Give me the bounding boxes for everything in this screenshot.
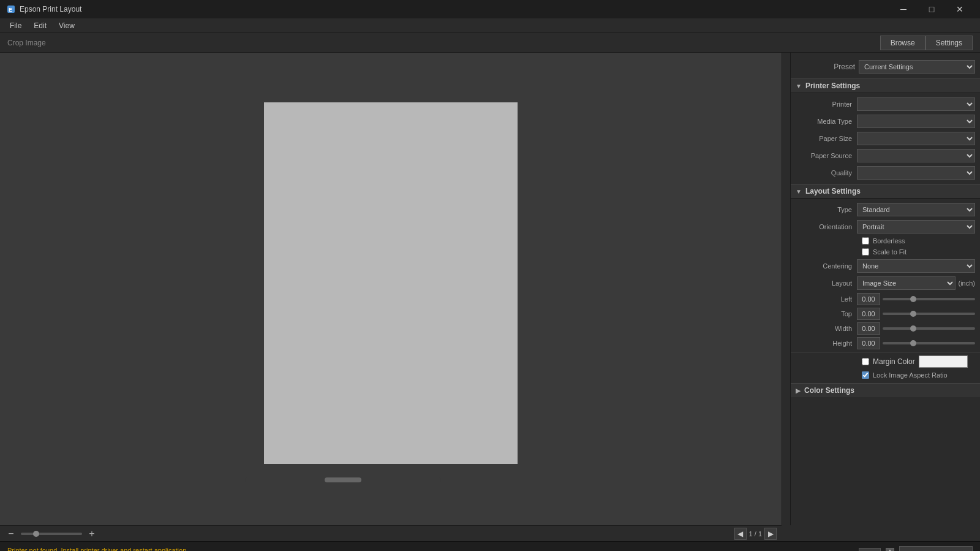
preset-label: Preset xyxy=(834,63,855,71)
quality-select[interactable] xyxy=(857,166,975,180)
printer-settings-header[interactable]: ▼ Printer Settings xyxy=(791,78,980,93)
orientation-control: Portrait xyxy=(857,220,975,234)
maximize-button[interactable]: □ xyxy=(918,0,946,18)
top-input[interactable]: 0.00 xyxy=(857,308,880,320)
left-slider-thumb[interactable] xyxy=(910,296,916,302)
app-icon: E xyxy=(6,4,16,14)
borderless-row: Borderless xyxy=(791,235,980,246)
status-bar: Printer not found. Install printer drive… xyxy=(0,541,980,551)
type-select[interactable]: Standard xyxy=(857,203,975,216)
svg-text:E: E xyxy=(9,7,12,13)
printer-settings-label: Printer Settings xyxy=(805,82,860,90)
menu-bar: File Edit View xyxy=(0,18,980,33)
top-slider-track[interactable] xyxy=(883,313,975,315)
toolbar: Crop Image Browse Settings xyxy=(0,33,980,53)
vertical-scrollbar[interactable] xyxy=(782,53,790,525)
height-input[interactable]: 0.00 xyxy=(857,337,880,349)
width-input[interactable]: 0.00 xyxy=(857,322,880,335)
zoom-bar: − + ◀ 1 / 1 ▶ xyxy=(0,525,782,541)
color-settings-arrow: ▶ xyxy=(796,387,801,394)
copies-up-button[interactable]: ▲ xyxy=(886,548,894,552)
width-slider-thumb[interactable] xyxy=(910,325,916,332)
width-row: Width 0.00 xyxy=(791,321,980,336)
menu-edit[interactable]: Edit xyxy=(29,20,51,31)
scale-to-fit-label: Scale to Fit xyxy=(873,248,907,256)
prev-page-button[interactable]: ◀ xyxy=(734,528,747,540)
browse-button[interactable]: Browse xyxy=(880,36,925,50)
scale-to-fit-checkbox[interactable] xyxy=(862,248,869,256)
paper-source-row: Paper Source xyxy=(791,147,980,164)
left-slider-track[interactable] xyxy=(883,298,975,300)
top-slider-thumb[interactable] xyxy=(910,311,916,317)
left-input[interactable]: 0.00 xyxy=(857,293,880,305)
borderless-checkbox[interactable] xyxy=(862,237,869,245)
page-indicator: 1 / 1 xyxy=(749,530,762,538)
horizontal-scrollbar[interactable] xyxy=(245,477,441,482)
width-slider-track[interactable] xyxy=(883,327,975,330)
canvas-area xyxy=(0,53,782,525)
preset-row: Preset Current Settings xyxy=(791,58,980,78)
next-page-button[interactable]: ▶ xyxy=(764,528,777,540)
copies-input[interactable]: 1 xyxy=(859,548,881,552)
margin-color-row: Margin Color xyxy=(791,354,980,370)
printer-select[interactable] xyxy=(857,97,975,111)
printer-row: Printer xyxy=(791,96,980,113)
paper-source-select[interactable] xyxy=(857,149,975,162)
scrollbar-thumb[interactable] xyxy=(325,477,361,482)
preset-select[interactable]: Current Settings xyxy=(859,60,975,74)
layout-select[interactable]: Image Size xyxy=(857,276,956,290)
zoom-thumb[interactable] xyxy=(33,531,39,537)
page-preview xyxy=(264,102,518,464)
crop-label: Crop Image xyxy=(7,39,46,47)
margin-color-picker[interactable] xyxy=(919,355,968,368)
right-panel: Preset Current Settings ▼ Printer Settin… xyxy=(790,53,980,525)
height-label: Height xyxy=(796,340,857,347)
printer-settings-content: Printer Media Type Paper Size xyxy=(791,93,980,184)
lock-aspect-row: Lock Image Aspect Ratio xyxy=(791,370,980,381)
layout-settings-content: Type Standard Orientation Portrait Borde… xyxy=(791,199,980,383)
title-left: E Epson Print Layout xyxy=(6,4,81,14)
quality-control xyxy=(857,166,975,180)
menu-file[interactable]: File xyxy=(5,20,26,31)
margin-color-checkbox[interactable] xyxy=(862,358,869,365)
close-button[interactable]: ✕ xyxy=(946,0,974,18)
margin-color-label: Margin Color xyxy=(873,357,915,366)
zoom-in-button[interactable]: + xyxy=(86,528,98,540)
lock-aspect-checkbox[interactable] xyxy=(862,371,869,379)
layout-settings-header[interactable]: ▼ Layout Settings xyxy=(791,184,980,199)
zoom-slider[interactable] xyxy=(21,533,82,535)
layout-settings-arrow: ▼ xyxy=(796,188,802,195)
scale-to-fit-row: Scale to Fit xyxy=(791,246,980,257)
settings-button[interactable]: Settings xyxy=(925,36,973,50)
app-title: Epson Print Layout xyxy=(20,5,81,13)
title-bar: E Epson Print Layout ─ □ ✕ xyxy=(0,0,980,18)
borderless-label: Borderless xyxy=(873,237,905,245)
paper-size-control xyxy=(857,132,975,145)
toolbar-right: Browse Settings xyxy=(880,36,973,50)
paper-size-select[interactable] xyxy=(857,132,975,145)
menu-view[interactable]: View xyxy=(54,20,80,31)
title-controls: ─ □ ✕ xyxy=(889,0,974,18)
paper-size-row: Paper Size xyxy=(791,130,980,147)
color-settings-header[interactable]: ▶ Color Settings xyxy=(791,383,980,397)
height-slider-thumb[interactable] xyxy=(910,340,916,346)
minimize-button[interactable]: ─ xyxy=(889,0,918,18)
status-msg-1: Printer not found. Install printer drive… xyxy=(7,547,188,552)
orientation-row: Orientation Portrait xyxy=(791,218,980,235)
centering-select[interactable]: None xyxy=(857,259,975,273)
orientation-label: Orientation xyxy=(796,223,857,230)
top-row: Top 0.00 xyxy=(791,306,980,321)
left-label: Left xyxy=(796,295,857,303)
zoom-out-button[interactable]: − xyxy=(5,528,17,540)
quality-row: Quality xyxy=(791,164,980,181)
print-button[interactable] xyxy=(899,546,973,552)
orientation-select[interactable]: Portrait xyxy=(857,220,975,234)
layout-row: Layout Image Size (inch) xyxy=(791,275,980,292)
centering-control: None xyxy=(857,259,975,273)
media-type-select[interactable] xyxy=(857,115,975,128)
copies-spinner: ▲ ▼ xyxy=(886,548,894,552)
type-control: Standard xyxy=(857,203,975,216)
top-label: Top xyxy=(796,310,857,317)
height-slider-track[interactable] xyxy=(883,342,975,344)
centering-row: Centering None xyxy=(791,257,980,275)
